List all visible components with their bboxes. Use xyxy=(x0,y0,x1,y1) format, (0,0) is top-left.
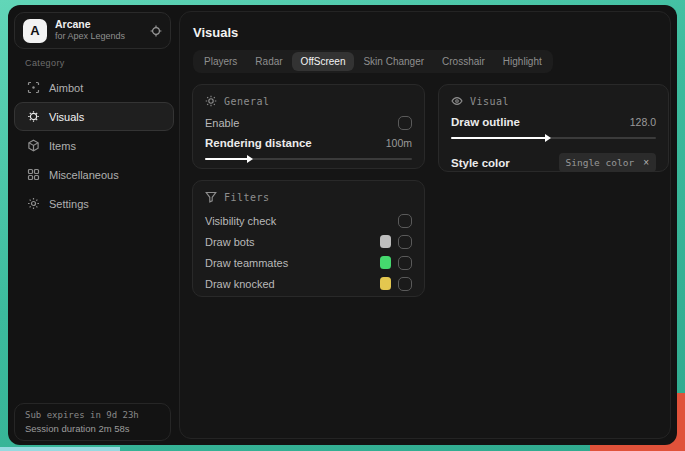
draw-outline-label: Draw outline xyxy=(451,116,520,128)
sidebar-item-label: Aimbot xyxy=(49,82,83,94)
sidebar: A Arcane for Apex Legends Category xyxy=(8,5,180,445)
slider-fill xyxy=(451,137,549,139)
enable-checkbox[interactable] xyxy=(398,116,412,130)
funnel-icon xyxy=(205,191,217,203)
enable-label: Enable xyxy=(205,117,239,129)
wallpaper-light-accent xyxy=(0,447,120,451)
filters-panel-header: Filters xyxy=(205,191,412,203)
page-title: Visuals xyxy=(193,25,238,40)
visual-panel-header: Visual xyxy=(451,95,656,107)
draw-teammates-checkbox[interactable] xyxy=(398,256,412,270)
draw-knocked-color-swatch[interactable] xyxy=(380,277,391,290)
style-color-select[interactable]: Single color × xyxy=(559,153,656,172)
rendering-distance-label: Rendering distance xyxy=(205,137,312,149)
sidebar-item-items[interactable]: Items xyxy=(14,131,174,160)
rendering-distance-row: Rendering distance 100m xyxy=(205,137,412,149)
rendering-distance-slider[interactable] xyxy=(205,155,412,163)
tab-highlight[interactable]: Highlight xyxy=(494,52,551,71)
session-duration-text: Session duration 2m 58s xyxy=(25,423,160,434)
app-subtitle: for Apex Legends xyxy=(55,31,150,42)
draw-outline-row: Draw outline 128.0 xyxy=(451,116,656,128)
main-content: Visuals Players Radar OffScreen Skin Cha… xyxy=(179,11,671,439)
slider-fill xyxy=(205,158,251,160)
app-logo: A xyxy=(23,19,47,43)
style-color-value: Single color xyxy=(566,157,635,168)
general-panel-title: General xyxy=(224,96,270,107)
general-panel: General Enable Rendering distance 100m xyxy=(192,84,425,169)
filters-panel: Filters Visibility check Draw bots Draw … xyxy=(192,180,425,297)
clear-icon[interactable]: × xyxy=(643,158,649,168)
sidebar-item-label: Visuals xyxy=(49,111,84,123)
sidebar-item-label: Miscellaneous xyxy=(49,169,119,181)
slider-arrow-tip xyxy=(247,155,253,163)
draw-bots-checkbox[interactable] xyxy=(398,235,412,249)
eye-icon xyxy=(451,95,463,107)
filter-label: Draw knocked xyxy=(205,278,380,290)
app-name: Arcane xyxy=(55,18,150,31)
subscription-footer: Sub expires in 9d 23h Session duration 2… xyxy=(14,403,171,441)
gear-icon xyxy=(27,197,40,210)
target-icon[interactable] xyxy=(150,25,162,37)
draw-bots-color-swatch[interactable] xyxy=(380,235,391,248)
tab-radar[interactable]: Radar xyxy=(246,52,291,71)
draw-teammates-color-swatch[interactable] xyxy=(380,256,391,269)
enable-row: Enable xyxy=(205,116,412,130)
sun-gear-icon xyxy=(205,95,217,107)
sidebar-item-visuals[interactable]: Visuals xyxy=(14,102,174,131)
visibility-check-checkbox[interactable] xyxy=(398,214,412,228)
draw-knocked-checkbox[interactable] xyxy=(398,277,412,291)
draw-outline-value: 128.0 xyxy=(630,116,656,128)
crosshair-icon xyxy=(27,81,40,94)
sidebar-nav: Aimbot Visuals Ite xyxy=(14,73,174,218)
sub-expires-text: Sub expires in 9d 23h xyxy=(25,410,160,420)
eye-scan-icon xyxy=(27,110,40,123)
draw-outline-slider[interactable] xyxy=(451,134,656,142)
tab-crosshair[interactable]: Crosshair xyxy=(433,52,494,71)
sidebar-item-label: Settings xyxy=(49,198,89,210)
filters-panel-title: Filters xyxy=(224,192,270,203)
filter-row-visibility-check: Visibility check xyxy=(205,210,412,231)
filter-label: Draw bots xyxy=(205,236,380,248)
brand-text: Arcane for Apex Legends xyxy=(55,18,150,42)
filter-label: Draw teammates xyxy=(205,257,380,269)
desktop-background: A Arcane for Apex Legends Category xyxy=(0,0,685,451)
style-color-row: Style color Single color × xyxy=(451,153,656,172)
brand-card: A Arcane for Apex Legends xyxy=(14,12,171,49)
visual-panel-title: Visual xyxy=(470,96,509,107)
cube-icon xyxy=(27,139,40,152)
grid-icon xyxy=(27,168,40,181)
tab-offscreen[interactable]: OffScreen xyxy=(292,52,355,71)
sidebar-item-label: Items xyxy=(49,140,76,152)
rendering-distance-value: 100m xyxy=(386,137,412,149)
tab-skin-changer[interactable]: Skin Changer xyxy=(354,52,433,71)
filter-label: Visibility check xyxy=(205,215,398,227)
category-label: Category xyxy=(25,58,65,68)
style-color-label: Style color xyxy=(451,157,510,169)
app-window: A Arcane for Apex Legends Category xyxy=(8,5,677,445)
filter-row-draw-bots: Draw bots xyxy=(205,231,412,252)
tab-players[interactable]: Players xyxy=(195,52,246,71)
filter-row-draw-knocked: Draw knocked xyxy=(205,273,412,294)
sidebar-item-aimbot[interactable]: Aimbot xyxy=(14,73,174,102)
sidebar-item-miscellaneous[interactable]: Miscellaneous xyxy=(14,160,174,189)
sidebar-item-settings[interactable]: Settings xyxy=(14,189,174,218)
slider-arrow-tip xyxy=(545,134,551,142)
general-panel-header: General xyxy=(205,95,412,107)
visual-panel: Visual Draw outline 128.0 Style color Si… xyxy=(438,84,669,172)
visuals-tabbar: Players Radar OffScreen Skin Changer Cro… xyxy=(193,50,553,73)
filter-row-draw-teammates: Draw teammates xyxy=(205,252,412,273)
